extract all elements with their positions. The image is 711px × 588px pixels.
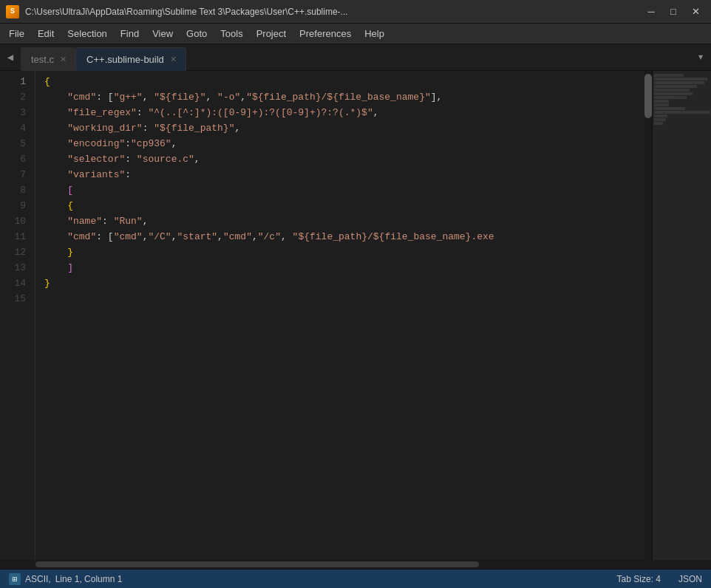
- line-number-4: 4: [0, 120, 35, 136]
- code-line-5: "encoding":"cp936",: [35, 136, 644, 151]
- line-number-6: 6: [0, 151, 35, 167]
- status-encoding: ASCII,: [25, 574, 51, 584]
- close-button[interactable]: ✕: [686, 4, 705, 19]
- tab-scroll-left[interactable]: ◀: [0, 44, 21, 70]
- app-icon: S: [6, 5, 19, 18]
- code-line-4: "working_dir": "${file_path}",: [35, 120, 644, 136]
- tab-cpp-sublime-build[interactable]: C++.sublime-build ✕: [75, 47, 186, 71]
- window-title: C:\Users\UltraJi\AppData\Roaming\Sublime…: [25, 7, 642, 17]
- window-controls: ─ □ ✕: [642, 4, 705, 19]
- line-number-10: 10: [0, 213, 35, 229]
- title-bar: S C:\Users\UltraJi\AppData\Roaming\Subli…: [0, 0, 711, 24]
- line-number-1: 1: [0, 74, 35, 89]
- status-syntax[interactable]: JSON: [678, 574, 702, 584]
- line-number-15: 15: [0, 291, 35, 307]
- menu-item-project[interactable]: Project: [251, 26, 292, 41]
- line-number-13: 13: [0, 260, 35, 276]
- scrollbar-thumb[interactable]: [644, 74, 652, 118]
- line-number-14: 14: [0, 276, 35, 291]
- menu-item-edit[interactable]: Edit: [32, 26, 60, 41]
- code-line-12: }: [35, 245, 644, 260]
- menu-item-help[interactable]: Help: [358, 26, 390, 41]
- line-number-2: 2: [0, 89, 35, 105]
- tab-test-c[interactable]: test.c ✕: [21, 47, 75, 71]
- line-number-9: 9: [0, 198, 35, 213]
- code-line-14: }: [35, 276, 644, 291]
- status-icon: ⊞: [9, 573, 21, 585]
- code-line-6: "selector": "source.c",: [35, 151, 644, 167]
- minimap[interactable]: [652, 71, 711, 560]
- status-position: Line 1, Column 1: [55, 574, 123, 584]
- maximize-button[interactable]: □: [664, 4, 683, 19]
- vertical-scrollbar[interactable]: [644, 71, 652, 560]
- code-line-8: [: [35, 182, 644, 198]
- line-number-8: 8: [0, 182, 35, 198]
- code-line-11: "cmd": ["cmd","/C","start","cmd","/c", "…: [35, 229, 644, 245]
- code-line-1: {: [35, 74, 644, 89]
- tab-overflow-button[interactable]: ▾: [690, 44, 711, 70]
- status-left: ⊞ ASCII, Line 1, Column 1: [9, 573, 122, 585]
- tab-bar: ◀ test.c ✕ C++.sublime-build ✕ ▾: [0, 44, 711, 71]
- minimize-button[interactable]: ─: [642, 4, 661, 19]
- menu-item-find[interactable]: Find: [115, 26, 145, 41]
- horizontal-scrollbar-thumb[interactable]: [35, 561, 479, 567]
- menu-item-tools[interactable]: Tools: [214, 26, 248, 41]
- status-tab-size[interactable]: Tab Size: 4: [617, 574, 661, 584]
- line-number-11: 11: [0, 229, 35, 245]
- line-number-5: 5: [0, 136, 35, 151]
- code-line-3: "file_regex": "^(..[^:]*):([0-9]+):?([0-…: [35, 105, 644, 120]
- horizontal-scrollbar-area[interactable]: [0, 560, 711, 569]
- code-line-13: ]: [35, 260, 644, 276]
- menu-bar: FileEditSelectionFindViewGotoToolsProjec…: [0, 24, 711, 44]
- tab-close-cpp-build[interactable]: ✕: [170, 55, 177, 64]
- editor-area: 1 2 3 4 5 6 7 8 9 10 11 12 13 14 15 { "c…: [0, 71, 711, 560]
- line-number-gutter: 1 2 3 4 5 6 7 8 9 10 11 12 13 14 15: [0, 71, 35, 560]
- code-line-9: {: [35, 198, 644, 213]
- menu-item-selection[interactable]: Selection: [61, 26, 112, 41]
- menu-item-goto[interactable]: Goto: [180, 26, 213, 41]
- minimap-content: [653, 71, 711, 129]
- menu-item-view[interactable]: View: [146, 26, 179, 41]
- line-number-3: 3: [0, 105, 35, 120]
- code-line-10: "name": "Run",: [35, 213, 644, 229]
- code-line-7: "variants":: [35, 167, 644, 182]
- line-number-12: 12: [0, 245, 35, 260]
- code-line-15: [35, 291, 644, 307]
- tab-label: C++.sublime-build: [86, 54, 164, 65]
- code-line-2: "cmd": ["g++", "${file}", "-o","${file_p…: [35, 89, 644, 105]
- status-right: Tab Size: 4 JSON: [617, 574, 702, 584]
- status-bar: ⊞ ASCII, Line 1, Column 1 Tab Size: 4 JS…: [0, 569, 711, 588]
- tab-close-test-c[interactable]: ✕: [60, 55, 67, 64]
- tab-label: test.c: [31, 54, 54, 65]
- menu-item-file[interactable]: File: [3, 26, 30, 41]
- menu-item-preferences[interactable]: Preferences: [293, 26, 357, 41]
- line-number-7: 7: [0, 167, 35, 182]
- code-editor[interactable]: { "cmd": ["g++", "${file}", "-o","${file…: [35, 71, 644, 560]
